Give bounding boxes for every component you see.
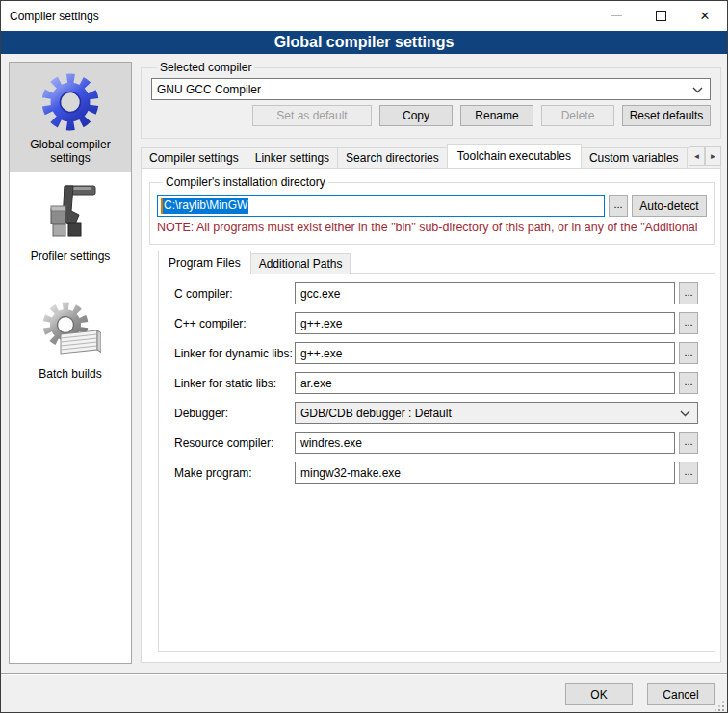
sidebar-item-batch-builds[interactable]: Batch builds [10,292,131,388]
page-title: Global compiler settings [1,31,727,54]
window-controls: ✕ [594,1,727,31]
copy-button[interactable]: Copy [379,105,453,126]
tab-toolchain-executables[interactable]: Toolchain executables [447,144,582,168]
field-row-linker-dynamic: Linker for dynamic libs: g++.exe ... [174,342,698,364]
rename-button[interactable]: Rename [460,105,533,126]
resource-compiler-browse-button[interactable]: ... [679,432,698,454]
sidebar-item-label: Profiler settings [12,250,129,263]
tab-compiler-settings[interactable]: Compiler settings [141,147,247,168]
tab-scroll-right-icon[interactable]: ► [705,146,721,166]
cancel-button[interactable]: Cancel [647,683,715,705]
compiler-select[interactable]: GNU GCC Compiler [151,78,711,100]
field-row-cpp-compiler: C++ compiler: g++.exe ... [174,312,698,334]
c-compiler-input[interactable]: gcc.exe [295,282,675,304]
browse-directory-button[interactable]: ... [609,195,628,217]
linker-static-input[interactable]: ar.exe [295,372,675,394]
program-tab-strip: Program Files Additional Paths [158,251,350,274]
reset-defaults-button[interactable]: Reset defaults [622,105,711,126]
installation-directory-row: C:\raylib\MinGW ... Auto-detect [157,195,707,217]
set-as-default-button[interactable]: Set as default [252,105,372,126]
delete-button[interactable]: Delete [541,105,614,126]
gear-blue-icon [39,70,101,132]
make-program-input[interactable]: mingw32-make.exe [295,462,675,484]
installation-directory-value: C:\raylib\MinGW [161,198,248,214]
tab-custom-variables[interactable]: Custom variables [581,147,688,168]
installation-directory-legend: Compiler's installation directory [163,175,328,189]
linker-dynamic-browse-button[interactable]: ... [679,342,698,364]
dialog-content: Global compiler settings [1,54,727,713]
chevron-down-icon [680,410,690,417]
close-button[interactable]: ✕ [683,1,727,31]
installation-directory-input[interactable]: C:\raylib\MinGW [157,195,605,217]
field-label: Resource compiler: [174,436,295,450]
tab-scroll-arrows: ◄ ► [689,146,721,166]
compiler-buttons-row: Set as default Copy Rename Delete Reset … [151,105,711,126]
directory-note: NOTE: All programs must exist either in … [157,221,707,234]
sidebar-item-global-compiler-settings[interactable]: Global compiler settings [10,63,131,172]
selected-compiler-group: Selected compiler GNU GCC Compiler Set a… [141,61,721,139]
linker-dynamic-input[interactable]: g++.exe [295,342,675,364]
sidebar-item-label: Global compiler settings [12,138,129,165]
footer-separator [1,673,727,675]
close-icon: ✕ [700,9,711,23]
caliper-icon [39,182,101,244]
resource-compiler-input[interactable]: windres.exe [295,432,675,454]
toolchain-executables-page: Compiler's installation directory C:\ray… [141,168,721,663]
program-files-page: C compiler: gcc.exe ... C++ compiler: g+… [158,273,715,652]
compiler-settings-dialog: Compiler settings ✕ Global compiler sett… [0,0,728,713]
maximize-icon [656,11,666,21]
field-label: C compiler: [174,287,295,301]
installation-directory-group: Compiler's installation directory C:\ray… [149,175,715,245]
field-label: Linker for static libs: [174,377,295,390]
minimize-button[interactable] [594,1,638,31]
resize-grip[interactable] [714,700,725,712]
main-tab-strip: Compiler settings Linker settings Search… [141,144,721,168]
debugger-select[interactable]: GDB/CDB debugger : Default [295,402,698,424]
c-compiler-browse-button[interactable]: ... [679,282,698,304]
debugger-select-value: GDB/CDB debugger : Default [300,407,697,420]
cpp-compiler-input[interactable]: g++.exe [295,312,675,334]
make-program-browse-button[interactable]: ... [679,462,698,484]
tab-search-directories[interactable]: Search directories [337,147,448,168]
field-row-make-program: Make program: mingw32-make.exe ... [174,462,698,484]
cpp-compiler-browse-button[interactable]: ... [679,312,698,334]
field-row-debugger: Debugger: GDB/CDB debugger : Default [174,402,698,424]
auto-detect-button[interactable]: Auto-detect [632,195,707,217]
field-row-resource-compiler: Resource compiler: windres.exe ... [174,432,698,454]
tab-linker-settings[interactable]: Linker settings [247,147,338,168]
minimize-icon [611,15,622,16]
linker-static-browse-button[interactable]: ... [679,372,698,394]
selected-compiler-legend: Selected compiler [157,61,254,74]
title-bar[interactable]: Compiler settings ✕ [1,1,727,31]
tab-scroll-left-icon[interactable]: ◄ [689,146,705,166]
compiler-select-value: GNU GCC Compiler [157,83,710,96]
field-row-c-compiler: C compiler: gcc.exe ... [174,282,698,304]
field-label: Make program: [174,466,295,480]
maximize-button[interactable] [638,1,683,31]
settings-category-list: Global compiler settings [9,62,132,664]
chevron-down-icon [692,87,703,93]
field-row-linker-static: Linker for static libs: ar.exe ... [174,372,698,394]
ok-button[interactable]: OK [565,683,633,705]
sidebar-item-label: Batch builds [12,367,129,381]
field-label: Linker for dynamic libs: [174,347,295,360]
field-label: C++ compiler: [174,317,295,330]
field-label: Debugger: [174,407,295,420]
tab-program-files[interactable]: Program Files [158,251,251,274]
tab-additional-paths[interactable]: Additional Paths [250,253,351,274]
gear-stack-icon [39,300,101,361]
window-title: Compiler settings [1,10,99,23]
sidebar-item-profiler-settings[interactable]: Profiler settings [10,174,131,271]
